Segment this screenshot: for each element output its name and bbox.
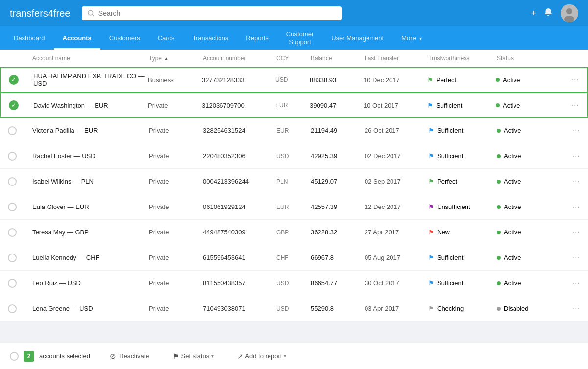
row-more-button[interactable]: ··· — [572, 152, 580, 160]
trust-flag-icon: ⚑ — [428, 279, 434, 287]
row-select[interactable]: ✓ — [9, 100, 33, 110]
row-more-button[interactable]: ··· — [571, 101, 579, 109]
nav-item-accounts[interactable]: Accounts — [54, 26, 100, 50]
row-more-button[interactable]: ··· — [572, 279, 580, 287]
row-select[interactable] — [8, 203, 32, 211]
notifications-icon[interactable] — [544, 8, 553, 19]
cell-type: Private — [149, 279, 203, 287]
cell-account-name: Teresa May — GBP — [32, 229, 149, 236]
table-row: Teresa May — GBP Private 449487540309 GB… — [0, 220, 588, 245]
col-type[interactable]: Type ▲ — [149, 55, 203, 62]
row-more-button[interactable]: ··· — [572, 203, 580, 211]
row-more-button[interactable]: ··· — [572, 177, 580, 185]
cell-trust: ⚑ Perfect — [428, 178, 497, 185]
cell-status: Active — [497, 203, 556, 210]
table-row: Rachel Foster — USD Private 220480352306… — [0, 143, 588, 169]
trust-flag-icon: ⚑ — [427, 102, 433, 109]
nav-item-reports[interactable]: Reports — [237, 26, 277, 50]
nav-item-transactions[interactable]: Transactions — [183, 26, 237, 50]
cell-type: Private — [149, 305, 203, 312]
svg-point-3 — [566, 8, 572, 14]
row-select[interactable] — [8, 177, 32, 186]
status-dot-icon — [496, 103, 500, 107]
status-dot-icon — [497, 281, 501, 285]
cell-trust: ⚑ Sufficient — [428, 127, 497, 134]
row-select[interactable] — [8, 228, 32, 237]
radio-button[interactable] — [8, 203, 17, 211]
cell-account-name: Leo Ruiz — USD — [32, 279, 149, 287]
cell-ccy: USD — [276, 153, 311, 160]
cell-actions: ··· — [556, 203, 580, 211]
row-select[interactable] — [8, 254, 32, 262]
cell-date: 30 Oct 2017 — [365, 279, 428, 287]
cell-trust: ⚑ New — [428, 229, 497, 236]
radio-button[interactable] — [8, 304, 17, 313]
cell-status: Active — [497, 279, 556, 287]
search-bar[interactable] — [82, 6, 342, 20]
row-more-button[interactable]: ··· — [572, 254, 580, 262]
cell-actions: ··· — [556, 228, 580, 237]
search-input[interactable] — [98, 9, 336, 17]
nav-item-customers[interactable]: Customers — [100, 26, 149, 50]
nav-item-user-management[interactable]: User Management — [322, 26, 392, 50]
radio-button[interactable] — [8, 254, 17, 262]
cell-account-name: David Washington — EUR — [33, 102, 148, 109]
status-dot-icon — [497, 129, 501, 133]
checkbox-checked[interactable]: ✓ — [9, 100, 19, 110]
cell-number: 327732128333 — [202, 76, 275, 84]
app-logo: transfers4free — [10, 8, 70, 19]
table-row: Isabel Wilkins — PLN Private 00042133962… — [0, 169, 588, 194]
cell-trust: ⚑ Sufficient — [428, 152, 497, 160]
table-header: Account name Type ▲ Account number CCY B… — [0, 50, 588, 67]
status-dot-icon — [497, 256, 501, 260]
nav-item-more[interactable]: More ▾ — [392, 26, 431, 50]
add-button[interactable]: + — [531, 8, 536, 19]
logo-bold: transfers — [10, 8, 48, 19]
checkbox-checked[interactable]: ✓ — [9, 75, 19, 85]
cell-actions: ··· — [556, 254, 580, 262]
cell-date: 05 Aug 2017 — [365, 254, 428, 261]
cell-ccy: EUR — [276, 204, 311, 210]
sort-arrow-icon: ▲ — [164, 56, 169, 61]
cell-status: Disabled — [497, 305, 556, 312]
radio-button[interactable] — [8, 152, 17, 161]
cell-number: 328254631524 — [203, 127, 276, 134]
row-more-button[interactable]: ··· — [571, 75, 579, 84]
cell-account-name: Eula Glover — EUR — [32, 203, 149, 210]
cell-actions: ··· — [556, 126, 580, 135]
cell-status: Active — [497, 254, 556, 261]
cell-status: Active — [497, 152, 556, 160]
cell-status: Active — [496, 102, 555, 109]
avatar[interactable] — [561, 4, 578, 22]
table-row: Leo Ruiz — USD Private 811550438357 USD … — [0, 271, 588, 296]
main-nav: Dashboard Accounts Customers Cards Trans… — [0, 26, 588, 50]
row-select[interactable] — [8, 126, 32, 135]
radio-button[interactable] — [8, 279, 17, 288]
nav-item-cards[interactable]: Cards — [149, 26, 184, 50]
radio-button[interactable] — [8, 177, 17, 186]
table-body: ✓ HUA HAI IMP.AND EXP. TRADE CO — USD Bu… — [0, 67, 588, 322]
cell-status: Active — [497, 229, 556, 236]
row-more-button[interactable]: ··· — [572, 304, 580, 313]
col-ccy: CCY — [276, 55, 311, 62]
radio-button[interactable] — [8, 228, 17, 237]
cell-date: 26 Oct 2017 — [365, 127, 428, 134]
col-account-name: Account name — [32, 55, 149, 62]
cell-balance: 55290.8 — [311, 305, 365, 312]
nav-item-dashboard[interactable]: Dashboard — [5, 26, 54, 50]
row-select[interactable] — [8, 304, 32, 313]
cell-actions: ··· — [556, 177, 580, 186]
row-select[interactable] — [8, 152, 32, 161]
nav-item-customer-support[interactable]: CustomerSupport — [277, 26, 322, 50]
row-select[interactable]: ✓ — [9, 75, 33, 85]
row-select[interactable] — [8, 279, 32, 288]
radio-button[interactable] — [8, 126, 17, 135]
col-account-number: Account number — [203, 55, 276, 62]
status-dot-icon — [497, 154, 501, 158]
cell-number: 312036709700 — [202, 102, 275, 109]
row-more-button[interactable]: ··· — [572, 228, 580, 236]
status-dot-icon — [496, 78, 500, 82]
cell-type: Private — [149, 127, 203, 134]
cell-number: 0004213396244 — [203, 178, 276, 185]
row-more-button[interactable]: ··· — [572, 126, 580, 135]
